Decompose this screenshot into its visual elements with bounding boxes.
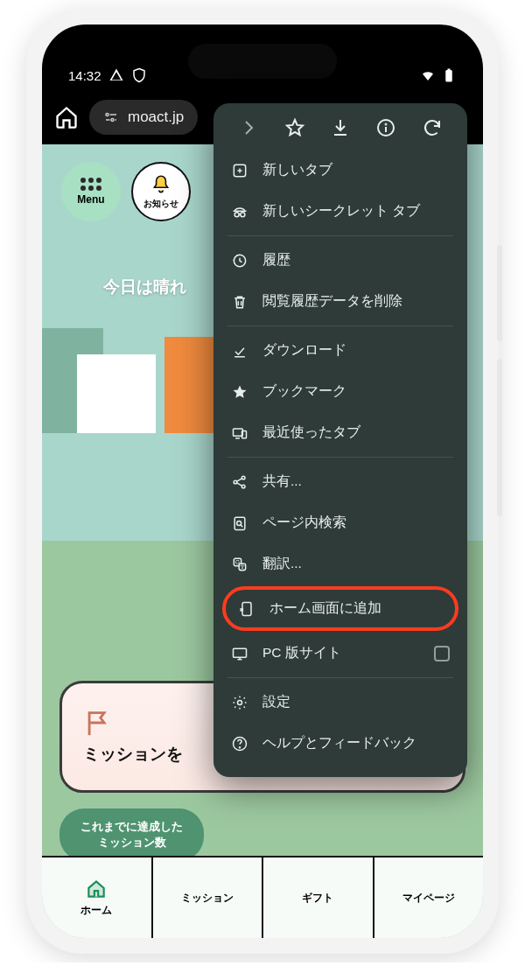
menu-item-label: ホーム画面に追加 (270, 599, 382, 618)
help-icon (231, 735, 248, 752)
menu-item-translate[interactable]: G文翻訳... (214, 543, 467, 584)
menu-divider (228, 677, 453, 678)
menu-item-label: 設定 (262, 693, 290, 711)
svg-point-25 (242, 476, 245, 480)
svg-rect-1 (448, 69, 451, 71)
menu-item-label: 新しいタブ (262, 161, 332, 179)
svg-point-2 (106, 114, 108, 116)
nav-label: ホーム (80, 903, 112, 918)
svg-line-27 (237, 478, 242, 480)
forward-icon[interactable] (238, 117, 259, 138)
menu-item-download-done[interactable]: ダウンロード (214, 330, 467, 371)
menu-item-plus-square[interactable]: 新しいタブ (214, 150, 467, 191)
gear-icon (231, 694, 248, 711)
menu-item-label: 共有... (262, 472, 302, 491)
wifi-icon (420, 67, 436, 83)
nav-mission[interactable]: ミッション (153, 858, 264, 938)
svg-rect-22 (242, 430, 247, 438)
add-home-icon (238, 600, 256, 618)
star-icon[interactable] (284, 117, 305, 138)
menu-chip[interactable]: Menu (61, 162, 121, 221)
menu-chip-label: Menu (77, 193, 104, 206)
svg-line-31 (241, 524, 243, 527)
svg-rect-36 (242, 602, 251, 615)
svg-point-24 (234, 480, 237, 484)
svg-point-3 (111, 119, 114, 122)
menu-item-history[interactable]: 履歴 (214, 240, 467, 281)
nav-home[interactable]: ホーム (42, 858, 153, 938)
svg-point-40 (238, 700, 242, 704)
menu-item-label: ダウンロード (262, 341, 346, 360)
plus-square-icon (231, 162, 248, 179)
url-bar[interactable]: moact.jp (89, 100, 198, 135)
find-icon (231, 514, 248, 532)
phone-frame: 14:32 moact.jp Menu (26, 9, 499, 954)
nav-mypage[interactable]: マイページ (374, 858, 484, 938)
svg-point-15 (241, 212, 245, 216)
svg-point-42 (240, 746, 241, 747)
menu-divider (228, 235, 453, 236)
svg-point-26 (242, 485, 245, 488)
menu-item-label: ヘルプとフィードバック (262, 734, 416, 752)
svg-rect-21 (234, 429, 243, 436)
desktop-icon (231, 645, 248, 662)
svg-line-28 (237, 482, 242, 485)
menu-item-find[interactable]: ページ内検索 (214, 502, 467, 543)
menu-item-gear[interactable]: 設定 (214, 682, 467, 723)
menu-item-help[interactable]: ヘルプとフィードバック (214, 723, 467, 764)
notifications-chip[interactable]: お知らせ (131, 162, 191, 221)
menu-item-label: 閲覧履歴データを削除 (262, 292, 402, 311)
shield-icon (131, 67, 147, 83)
menu-item-label: ページ内検索 (262, 514, 346, 532)
menu-item-label: 最近使ったタブ (262, 424, 360, 442)
home-nav-icon (85, 878, 108, 900)
nav-gift[interactable]: ギフト (263, 858, 374, 938)
trash-icon (231, 293, 248, 311)
weather-text: 今日は晴れ (103, 276, 186, 298)
menu-item-incognito[interactable]: 新しいシークレット タブ (214, 191, 467, 232)
svg-rect-0 (445, 70, 452, 82)
menu-item-share[interactable]: 共有... (214, 461, 467, 502)
download-done-icon (231, 342, 248, 360)
incognito-icon (231, 203, 248, 220)
nav-label: ギフト (302, 891, 333, 906)
menu-divider (228, 457, 453, 458)
url-text: moact.jp (128, 108, 184, 126)
notch (188, 44, 337, 79)
bottom-nav: ホーム ミッション ギフト マイページ (42, 856, 483, 938)
mission-stats[interactable]: これまでに達成した ミッション数 (60, 808, 204, 861)
history-icon (231, 252, 248, 270)
flag-icon (83, 708, 113, 738)
warning-icon (108, 67, 124, 83)
menu-item-add-home[interactable]: ホーム画面に追加 (222, 586, 458, 631)
mission-card-label: ミッションを (83, 743, 183, 766)
menu-section: 新しいタブ新しいシークレット タブ履歴閲覧履歴データを削除ダウンロードブックマー… (214, 147, 467, 766)
nav-label: ミッション (181, 891, 234, 906)
svg-rect-29 (234, 517, 245, 529)
refresh-icon[interactable] (422, 117, 443, 138)
menu-item-label: 新しいシークレット タブ (262, 202, 420, 220)
status-time: 14:32 (68, 68, 102, 83)
menu-toolbar (214, 108, 467, 147)
info-icon[interactable] (375, 117, 396, 138)
menu-item-star-filled[interactable]: ブックマーク (214, 371, 467, 412)
download-icon[interactable] (330, 117, 351, 138)
menu-item-devices[interactable]: 最近使ったタブ (214, 412, 467, 453)
menu-item-label: ブックマーク (262, 382, 346, 401)
menu-item-trash[interactable]: 閲覧履歴データを削除 (214, 281, 467, 322)
menu-divider (228, 326, 453, 326)
devices-icon (231, 424, 248, 442)
menu-item-desktop[interactable]: PC 版サイト (214, 633, 467, 674)
svg-point-10 (386, 124, 387, 125)
svg-text:文: 文 (240, 564, 245, 570)
menu-item-label: PC 版サイト (262, 644, 341, 662)
svg-point-14 (234, 212, 239, 216)
translate-icon: G文 (231, 556, 248, 573)
home-icon[interactable] (54, 105, 79, 130)
svg-rect-37 (234, 648, 247, 657)
menu-item-label: 翻訳... (262, 555, 302, 573)
desktop-site-checkbox[interactable] (434, 646, 450, 662)
browser-overflow-menu: 新しいタブ新しいシークレット タブ履歴閲覧履歴データを削除ダウンロードブックマー… (214, 103, 467, 777)
battery-icon (441, 67, 457, 83)
mission-stats-label: これまでに達成した ミッション数 (80, 819, 183, 850)
